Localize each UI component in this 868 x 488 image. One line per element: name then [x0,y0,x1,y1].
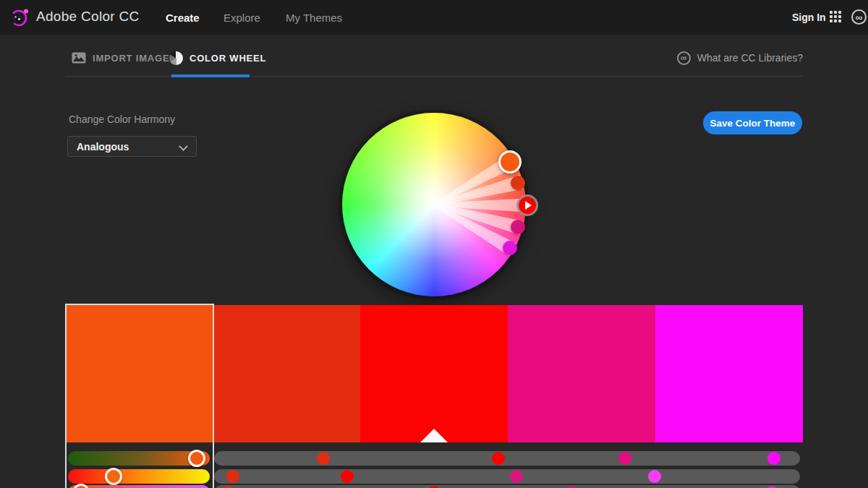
slider-track-selected-row2[interactable] [68,469,210,484]
adobe-color-logo-icon[interactable] [9,7,30,27]
tab-import-image[interactable]: IMPORT IMAGE [72,49,169,67]
wheel-marker-4[interactable] [511,220,525,234]
sign-in-button[interactable]: Sign In [792,12,826,23]
image-icon [72,52,86,64]
slider-track-row3[interactable] [214,485,800,488]
nav-explore[interactable]: Explore [224,12,260,24]
save-color-theme-button[interactable]: Save Color Theme [703,111,802,134]
slider-handle-row1-col5[interactable] [767,452,780,465]
tab-color-wheel[interactable]: COLOR WHEEL [169,49,266,67]
color-wheel-icon [169,51,183,65]
slider-handle-row2-col3[interactable] [341,470,354,483]
app-title: Adobe Color CC [36,9,140,25]
slider-handle-row2-col4[interactable] [510,470,523,483]
adobe-color-cc-app: Adobe Color CC Create Explore My Themes … [0,0,868,488]
harmony-label: Change Color Harmony [69,114,175,125]
apps-grid-icon[interactable] [830,11,843,24]
color-wheel[interactable] [342,113,526,296]
slider-track-row2[interactable] [214,469,800,484]
wheel-marker-3[interactable] [516,194,538,216]
top-header-bar: Adobe Color CC Create Explore My Themes … [0,0,868,35]
swatch-3[interactable] [360,305,508,442]
slider-handle-selected-row3[interactable] [72,484,90,488]
nav-my-themes[interactable]: My Themes [286,12,342,24]
base-marker-arrow-icon [525,201,532,210]
harmony-selected-value: Analogous [77,141,129,153]
base-color-indicator [420,429,448,442]
chevron-down-icon [179,142,188,151]
swatch-1-selected[interactable] [67,305,213,442]
slider-handle-row1-col2[interactable] [317,452,330,465]
slider-track-row1[interactable] [214,451,800,466]
cc-libraries-link[interactable]: ∞ What are CC Libraries? [677,49,803,67]
slider-track-selected-row3[interactable] [68,485,210,488]
tab-import-image-label: IMPORT IMAGE [93,53,169,64]
swatch-2[interactable] [214,305,360,442]
creative-cloud-icon-small: ∞ [677,51,691,65]
active-tab-underline [171,74,250,77]
slider-handle-row2-col2[interactable] [226,470,239,483]
tab-color-wheel-label: COLOR WHEEL [190,53,266,64]
swatch-4[interactable] [508,305,655,442]
slider-handle-selected-row2[interactable] [105,468,122,485]
creative-cloud-icon[interactable]: ∞ [851,9,867,25]
slider-handle-row1-col4[interactable] [618,452,631,465]
nav-create[interactable]: Create [166,12,200,24]
slider-handle-selected-row1[interactable] [188,450,205,467]
swatch-5[interactable] [655,305,803,442]
harmony-dropdown[interactable]: Analogous [67,136,197,157]
cc-libraries-label: What are CC Libraries? [697,52,803,64]
slider-handle-row1-col3[interactable] [492,452,505,465]
wheel-marker-5[interactable] [503,241,517,255]
wheel-marker-1[interactable] [498,150,522,174]
slider-handle-row2-col5[interactable] [648,470,661,483]
wheel-marker-2[interactable] [511,176,525,190]
